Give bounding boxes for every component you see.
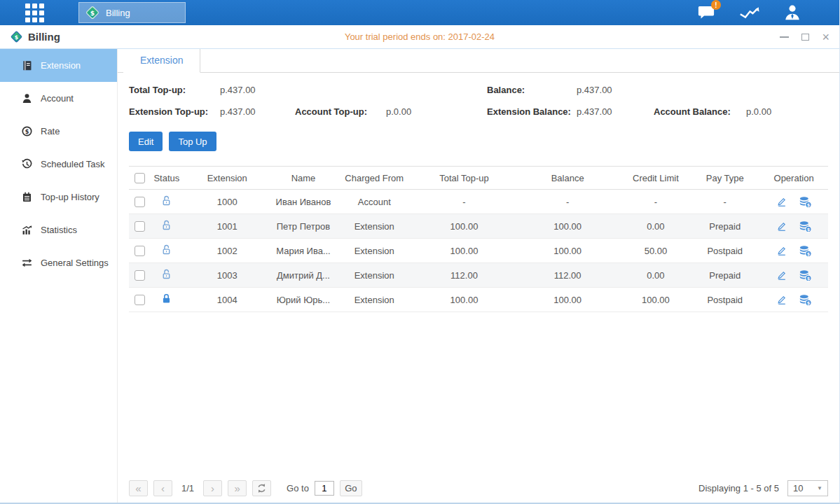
window-controls: ×: [780, 31, 829, 43]
tab-strip: Extension: [118, 49, 839, 73]
table-body: 1000Иван ИвановAccount----$1001Петр Петр…: [129, 190, 828, 312]
refresh-button[interactable]: [252, 480, 271, 496]
settings-swap-icon: [21, 257, 33, 269]
taskbar-tab-billing[interactable]: $ Billing: [78, 2, 186, 23]
total-topup-label: Total Top-up:: [129, 85, 220, 95]
page-size-select[interactable]: 10 ▼: [787, 480, 828, 496]
sidebar-item-label: Rate: [41, 126, 60, 136]
sidebar-item-general-settings[interactable]: General Settings: [0, 246, 117, 279]
table-row: 1004Юрий Юрь...Extension100.00100.00100.…: [129, 288, 828, 312]
extension-balance-label: Extension Balance:: [487, 106, 577, 117]
total-topup-cell: 100.00: [414, 214, 514, 239]
user-icon: [783, 4, 801, 22]
person-icon: [21, 92, 33, 104]
col-charged-from: Charged From: [334, 167, 414, 190]
sidebar-item-label: Extension: [41, 60, 81, 71]
row-checkbox[interactable]: [135, 246, 145, 256]
user-button[interactable]: [783, 4, 801, 22]
sidebar-item-rate[interactable]: $ Rate: [0, 115, 117, 148]
sidebar-item-label: Scheduled Task: [41, 159, 105, 169]
dollar-circle-icon: $: [21, 125, 33, 137]
balance-value: p.437.00: [577, 85, 828, 95]
edit-row-button[interactable]: [776, 245, 787, 256]
notifications-button[interactable]: !: [697, 4, 716, 21]
row-checkbox[interactable]: [135, 270, 145, 281]
col-name: Name: [273, 167, 335, 190]
topup-row-button[interactable]: $: [799, 270, 812, 281]
page-indicator: 1/1: [181, 483, 194, 493]
toolbar: Edit Top Up: [129, 132, 828, 151]
line-chart-icon: [738, 5, 761, 20]
row-checkbox[interactable]: [135, 197, 145, 207]
total-topup-cell: 112.00: [414, 263, 514, 288]
col-extension: Extension: [182, 167, 273, 190]
charged-from-cell: Extension: [334, 263, 414, 288]
total-topup-cell: 100.00: [414, 239, 514, 263]
extension-cell: 1003: [182, 263, 273, 288]
svg-text:$: $: [15, 34, 19, 41]
summary-panel: Total Top-up: p.437.00 Balance: p.437.00…: [129, 85, 828, 117]
sidebar-item-label: General Settings: [41, 258, 109, 268]
go-button[interactable]: Go: [340, 480, 362, 496]
unlock-icon: [160, 198, 172, 209]
pay-type-cell: Postpaid: [690, 239, 759, 263]
edit-row-button[interactable]: [776, 294, 787, 305]
topup-row-button[interactable]: $: [799, 245, 812, 257]
main-frame: Extension Account $ Rate: [0, 49, 839, 503]
edit-row-button[interactable]: [776, 270, 787, 281]
notification-badge: !: [711, 0, 721, 10]
first-page-button[interactable]: «: [129, 480, 148, 496]
tab-extension[interactable]: Extension: [123, 49, 200, 73]
app-grid-icon[interactable]: [25, 4, 49, 22]
row-checkbox[interactable]: [135, 295, 145, 305]
sidebar-item-account[interactable]: Account: [0, 82, 117, 115]
edit-row-button[interactable]: [776, 196, 787, 207]
next-page-button[interactable]: ›: [203, 480, 222, 496]
topup-row-button[interactable]: $: [799, 294, 812, 306]
topup-button[interactable]: Top Up: [169, 132, 216, 151]
name-cell: Юрий Юрь...: [273, 288, 335, 312]
charged-from-cell: Account: [334, 190, 414, 214]
name-cell: Дмитрий Д...: [273, 263, 335, 288]
sidebar-item-scheduled-task[interactable]: Scheduled Task: [0, 148, 117, 181]
svg-text:$: $: [806, 300, 809, 305]
unlock-icon: [160, 272, 172, 282]
credit-limit-cell: 50.00: [621, 239, 691, 263]
maximize-button[interactable]: [801, 31, 809, 43]
table-row: 1003Дмитрий Д...Extension112.00112.000.0…: [129, 263, 828, 288]
close-button[interactable]: ×: [822, 31, 829, 43]
pagination-bar: « ‹ 1/1 › » Go to Go Displaying: [129, 480, 828, 496]
total-topup-value: p.437.00: [220, 85, 487, 95]
select-all-checkbox[interactable]: [135, 173, 145, 183]
col-operation: Operation: [759, 167, 828, 190]
svg-text:$: $: [25, 129, 29, 135]
table-header-row: Status Extension Name Charged From Total…: [129, 167, 828, 190]
minimize-button[interactable]: [780, 31, 789, 43]
prev-page-button[interactable]: ‹: [153, 480, 172, 496]
monitor-button[interactable]: [738, 5, 761, 20]
sidebar-item-statistics[interactable]: Statistics: [0, 214, 117, 246]
row-checkbox[interactable]: [135, 221, 145, 232]
page-size-value: 10: [793, 483, 803, 493]
sidebar-item-extension[interactable]: Extension: [0, 49, 117, 82]
edit-row-button[interactable]: [776, 220, 787, 232]
goto-page-input[interactable]: [315, 481, 334, 496]
window-title-text: Billing: [28, 31, 60, 43]
total-topup-cell: 100.00: [414, 288, 514, 312]
refresh-icon: [256, 483, 267, 493]
pay-type-cell: Prepaid: [690, 263, 759, 288]
account-topup-value: p.0.00: [386, 106, 487, 117]
extensions-table: Status Extension Name Charged From Total…: [129, 166, 828, 312]
edit-button[interactable]: Edit: [129, 132, 163, 151]
charged-from-cell: Extension: [334, 214, 414, 239]
credit-limit-cell: 0.00: [621, 263, 691, 288]
topup-row-button[interactable]: $: [799, 220, 812, 232]
sidebar-item-topup-history[interactable]: Top-up History: [0, 181, 117, 214]
credit-limit-cell: 100.00: [621, 288, 691, 312]
last-page-button[interactable]: »: [228, 480, 247, 496]
topup-row-button[interactable]: $: [799, 196, 812, 208]
pager-right: Displaying 1 - 5 of 5 10 ▼: [698, 480, 828, 496]
col-pay-type: Pay Type: [690, 167, 759, 190]
table-row: 1001Петр ПетровExtension100.00100.000.00…: [129, 214, 828, 239]
notebook-icon: [21, 191, 33, 203]
